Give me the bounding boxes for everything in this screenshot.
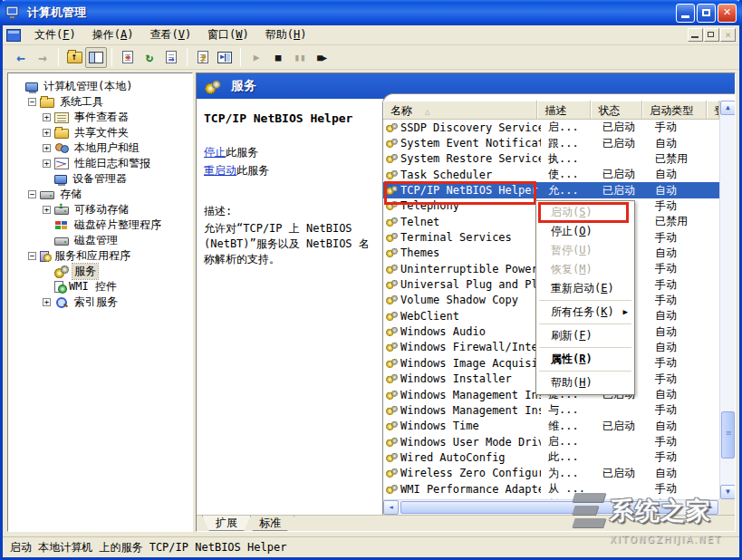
tree-item-8[interactable]: +可移动存储 — [8, 202, 192, 217]
tree-item-13[interactable]: WMI 控件 — [8, 279, 192, 294]
service-row-21[interactable]: Wired AutoConfig此...手动本 — [383, 449, 719, 465]
pause-service-button[interactable]: ▮▮ — [289, 47, 311, 68]
help-button[interactable]: ? — [192, 47, 214, 68]
restart-service-button[interactable]: ■▶ — [311, 47, 332, 68]
context-menu-item-u[interactable]: 暂停(U) — [536, 241, 634, 260]
expand-icon[interactable]: + — [43, 206, 51, 214]
tree-item-9[interactable]: 磁盘碎片整理程序 — [8, 217, 192, 233]
expand-icon[interactable]: + — [43, 159, 51, 168]
context-menu-item-f[interactable]: 刷新(F) — [536, 326, 634, 345]
tree-item-14[interactable]: +索引服务 — [8, 294, 192, 310]
column-header-0[interactable]: 名称△ — [383, 101, 537, 119]
mdi-minimize-button[interactable] — [688, 28, 703, 42]
back-button[interactable]: ← — [10, 47, 32, 68]
titlebar[interactable]: 计算机管理 ✕ — [0, 0, 742, 25]
service-row-18[interactable]: Windows Management Instr...与...手动本 — [383, 402, 719, 418]
service-gear-icon — [386, 343, 398, 352]
horizontal-scrollbar[interactable]: ◄ ► — [383, 499, 719, 515]
service-row-19[interactable]: Windows Time维...已启动自动本 — [383, 419, 719, 434]
tree-item-11[interactable]: −服务和应用程序 — [8, 248, 192, 264]
tree-item-3[interactable]: +共享文件夹 — [8, 125, 192, 140]
up-one-level-button[interactable] — [63, 47, 85, 68]
tree-item-10[interactable]: 磁盘管理 — [8, 233, 192, 248]
column-header-3[interactable]: 启动类型 — [642, 101, 707, 119]
selected-service-name: TCP/IP NetBIOS Helper — [204, 111, 372, 125]
menu-a[interactable]: 操作(A) — [84, 26, 142, 43]
show-console-tree-button[interactable] — [85, 47, 107, 68]
service-gear-icon — [386, 154, 398, 163]
service-row-0[interactable]: SSDP Discovery Service启...已启动手动本 — [383, 120, 719, 135]
context-menu-item-e[interactable]: 重新启动(E) — [536, 279, 634, 298]
collapse-icon[interactable]: − — [28, 98, 36, 106]
tree-item-0[interactable]: 计算机管理(本地) — [8, 79, 192, 94]
tree-label: 性能日志和警报 — [72, 156, 152, 171]
service-row-23[interactable]: WMI Performance Adapter从 ...手动本 — [383, 481, 719, 497]
context-menu-item-s[interactable]: 启动(S) — [536, 203, 634, 222]
description-label: 描述: — [204, 204, 372, 219]
scroll-left-button[interactable]: ◄ — [383, 500, 399, 515]
horizontal-scroll-thumb[interactable] — [400, 501, 672, 514]
scroll-down-button[interactable]: ▼ — [720, 485, 735, 499]
service-row-20[interactable]: Windows User Mode Driver...启...手动本 — [383, 434, 719, 449]
expand-icon[interactable]: + — [43, 298, 51, 306]
service-desc: 跟... — [541, 136, 595, 151]
column-header-4[interactable]: 登 — [707, 101, 719, 119]
service-startup: 手动 — [648, 277, 713, 293]
tree-item-2[interactable]: +事件查看器 — [8, 110, 192, 125]
tree-item-6[interactable]: 设备管理器 — [8, 171, 192, 187]
tree-item-5[interactable]: +性能日志和警报 — [8, 156, 192, 171]
tree-label: 事件查看器 — [72, 110, 130, 125]
expand-icon[interactable]: + — [43, 113, 51, 121]
show-hide-button[interactable] — [214, 47, 236, 68]
service-row-3[interactable]: Task Scheduler使...已启动自动本 — [383, 167, 719, 182]
restart-service-link[interactable]: 重启动 — [204, 164, 236, 177]
expand-icon[interactable]: + — [43, 144, 51, 152]
tree-item-1[interactable]: −系统工具 — [8, 94, 192, 110]
service-gear-icon — [386, 406, 398, 415]
context-menu-item-m[interactable]: 恢复(M) — [536, 260, 634, 279]
tree-item-4[interactable]: +本地用户和组 — [8, 140, 192, 156]
service-row-4[interactable]: TCP/IP NetBIOS Helper允...已启动自动本 — [383, 182, 719, 198]
forward-button[interactable]: → — [32, 47, 53, 68]
tab-0[interactable]: 扩展 — [202, 516, 251, 531]
stop-service-link[interactable]: 停止 — [204, 146, 226, 159]
service-gear-icon — [386, 468, 398, 478]
start-service-button[interactable]: ▶ — [246, 47, 267, 68]
context-menu-item-o[interactable]: 停止(O) — [536, 222, 634, 241]
tree-label: 设备管理器 — [71, 171, 129, 187]
tree-item-12[interactable]: 服务 — [8, 264, 192, 279]
collapse-icon[interactable]: − — [28, 190, 36, 198]
context-menu-item-r[interactable]: 属性(R) — [536, 350, 634, 369]
menu-h[interactable]: 帮助(H) — [257, 26, 315, 43]
mdi-child-icon[interactable] — [6, 29, 21, 42]
menu-f[interactable]: 文件(F) — [26, 26, 84, 43]
minimize-button[interactable] — [676, 4, 695, 23]
mdi-restore-button[interactable] — [704, 28, 719, 42]
close-button[interactable]: ✕ — [718, 4, 737, 23]
properties-icon: * — [122, 51, 133, 63]
scroll-up-button[interactable]: ▲ — [720, 101, 735, 115]
collapse-icon[interactable]: − — [28, 252, 36, 260]
column-header-2[interactable]: 状态 — [591, 101, 642, 119]
tree-item-7[interactable]: −存储 — [8, 187, 192, 202]
properties-button[interactable]: * — [117, 47, 139, 68]
refresh-button[interactable]: ↻ — [139, 47, 160, 68]
service-row-1[interactable]: System Event Notification跟...已启动自动本 — [383, 135, 719, 150]
service-row-22[interactable]: Wireless Zero Configuration为...已启动自动本 — [383, 466, 719, 481]
menu-w[interactable]: 窗口(W) — [199, 26, 257, 43]
expand-icon[interactable]: + — [43, 129, 51, 137]
scroll-right-button[interactable]: ► — [703, 500, 718, 515]
column-header-1[interactable]: 描述 — [537, 101, 591, 119]
maximize-button[interactable] — [697, 4, 716, 23]
mdi-close-button[interactable]: × — [720, 28, 736, 42]
context-menu-item-h[interactable]: 帮助(H) — [536, 373, 634, 392]
vertical-scrollbar[interactable]: ▲ ▼ — [719, 101, 735, 499]
service-row-2[interactable]: System Restore Service执...已禁用本 — [383, 151, 719, 167]
context-menu-item-k[interactable]: 所有任务(K)▶ — [536, 303, 634, 322]
menu-v[interactable]: 查看(V) — [141, 26, 199, 43]
folder-icon — [40, 98, 54, 108]
vertical-scroll-thumb[interactable] — [721, 411, 735, 459]
tab-1[interactable]: 标准 — [246, 516, 294, 531]
export-list-button[interactable]: → — [160, 47, 182, 68]
stop-service-button[interactable]: ■ — [267, 47, 289, 68]
